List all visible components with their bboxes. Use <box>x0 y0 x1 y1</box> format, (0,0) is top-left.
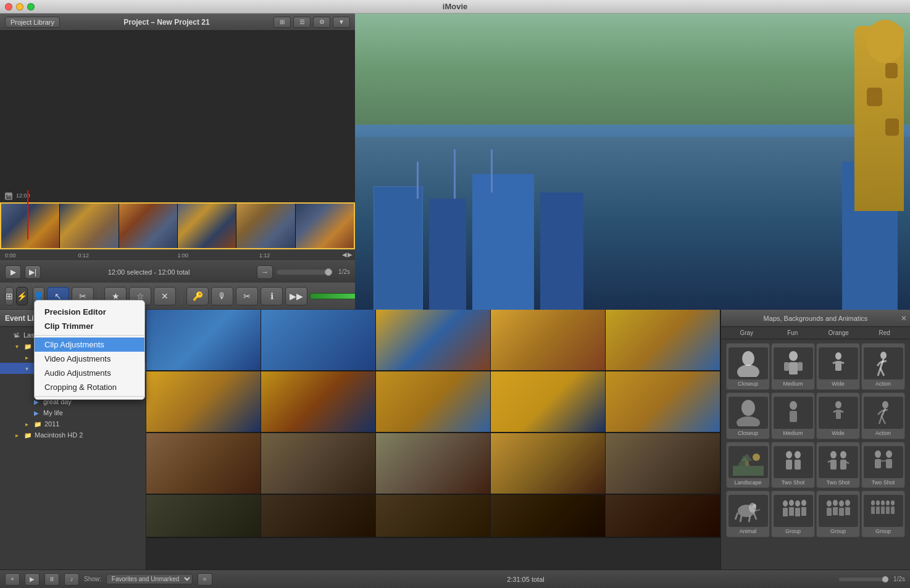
thumb-medium-1[interactable]: Medium <box>771 343 815 390</box>
thumb-3-3[interactable] <box>376 433 491 494</box>
precision-editor-label[interactable]: Precision Editor <box>35 305 144 319</box>
ruler-next-btn[interactable]: ▶ <box>348 251 353 258</box>
giraffe-container <box>787 14 910 310</box>
thumb-twoshot-1[interactable]: Two Shot <box>771 442 815 489</box>
zoom-thumb-bottom[interactable] <box>882 576 888 582</box>
thumb-group-1[interactable]: Group <box>771 491 815 537</box>
color-labels-row: Gray Fun Orange Red <box>721 327 910 339</box>
right-panel: Maps, Backgrounds and Animatics ✕ Gray F… <box>720 310 910 569</box>
zoom-slider-track[interactable] <box>277 270 332 275</box>
clip-strip[interactable] <box>0 202 355 249</box>
clip-thumb-6 <box>296 204 354 248</box>
project-view-btn1[interactable]: ⊞ <box>273 17 291 28</box>
show-mode-btn[interactable]: ≈ <box>198 573 212 586</box>
tree-item-my-life[interactable]: ▶ My life <box>0 407 146 418</box>
arrow-btn[interactable]: → <box>257 265 273 279</box>
thumb-wide-2[interactable]: Wide <box>816 392 860 439</box>
tree-item-macintosh-hd2[interactable]: ▸ 📁 Macintosh HD 2 <box>0 429 146 441</box>
thumb-action-2[interactable]: Action <box>861 392 905 439</box>
project-view-btn2[interactable]: ☰ <box>293 17 311 28</box>
thumb-3-2[interactable] <box>261 433 376 494</box>
thumb-2-1[interactable] <box>146 371 261 432</box>
add-to-project-btn[interactable]: + <box>5 573 20 586</box>
close-button[interactable] <box>5 3 12 10</box>
timeline-area: 🎬 12:00 Precisio <box>0 190 355 249</box>
view-clips-btn[interactable]: ⊞ <box>5 287 14 305</box>
play-button[interactable]: ▶ <box>5 265 21 279</box>
view-timeline-btn[interactable]: ⚡ <box>16 287 28 305</box>
project-settings-btn[interactable]: ⚙ <box>313 17 330 28</box>
info-btn[interactable]: ℹ <box>261 287 283 305</box>
thumb-4-2[interactable] <box>261 495 376 537</box>
tree-item-2011[interactable]: ▸ 📁 2011 <box>0 418 146 429</box>
building-4 <box>540 193 583 310</box>
show-select[interactable]: Favorites and Unmarked <box>106 574 193 584</box>
play-event-btn[interactable]: ▶ <box>25 573 40 586</box>
thumb-1-4[interactable] <box>491 310 606 370</box>
triangle-right-icon: ▸ <box>22 353 31 362</box>
mast-2 <box>454 149 456 199</box>
thumb-group-2[interactable]: Group <box>816 491 860 537</box>
giraffe-spot-2 <box>867 88 882 106</box>
crop-btn[interactable]: ✂ <box>236 287 258 305</box>
thumb-3-5[interactable] <box>606 433 720 494</box>
animal-icon <box>728 495 768 527</box>
thumb-4-3[interactable] <box>376 495 491 537</box>
thumb-action-1[interactable]: Action <box>861 343 905 390</box>
thumb-1-5[interactable] <box>606 310 720 370</box>
project-library-button[interactable]: Project Library <box>5 17 60 28</box>
thumb-group-3[interactable]: Group <box>861 491 905 537</box>
thumb-3-4[interactable] <box>491 433 606 494</box>
giraffe-spot-1 <box>885 63 898 78</box>
zoom-slider-thumb[interactable] <box>325 268 332 276</box>
audio-adjustments-item[interactable]: Audio Adjustments <box>35 366 144 380</box>
mic-btn[interactable]: 🎙 <box>211 287 233 305</box>
thumb-2-4[interactable] <box>491 371 606 432</box>
minimize-button[interactable] <box>16 3 23 10</box>
audio-event-btn[interactable]: ♪ <box>64 573 79 586</box>
maximize-button[interactable] <box>27 3 35 10</box>
thumb-3-1[interactable] <box>146 433 261 494</box>
thumb-medium-2[interactable]: Medium <box>771 392 815 439</box>
thumb-1-1[interactable] <box>146 310 261 370</box>
thumb-animal[interactable]: Animal <box>726 491 770 537</box>
thumb-closeup-2[interactable]: Closeup <box>726 392 770 439</box>
video-view-btn[interactable]: ▶▶ <box>285 287 307 305</box>
thumb-1-2[interactable] <box>261 310 376 370</box>
svg-point-24 <box>882 401 888 408</box>
thumb-landscape[interactable]: Landscape <box>726 442 770 489</box>
thumb-4-5[interactable] <box>606 495 720 537</box>
thumb-twoshot-2[interactable]: Two Shot <box>816 442 860 489</box>
pause-event-btn[interactable]: ⏸ <box>44 573 59 586</box>
svg-point-16 <box>741 400 755 416</box>
svg-point-70 <box>839 500 844 507</box>
zoom-slider-bottom[interactable] <box>839 578 888 581</box>
thumb-2-5[interactable] <box>606 371 720 432</box>
thumb-2-3[interactable] <box>376 371 491 432</box>
video-adjustments-item[interactable]: Video Adjustments <box>35 352 144 366</box>
thumb-twoshot-3[interactable]: Two Shot <box>861 442 905 489</box>
clip-adjustments-item[interactable]: Clip Adjustments <box>35 337 144 352</box>
color-label-fun: Fun <box>772 329 814 336</box>
ruler-prev-btn[interactable]: ◀ <box>342 251 347 258</box>
thumb-4-4[interactable] <box>491 495 606 537</box>
thumb-2-2[interactable] <box>261 371 376 432</box>
project-more-btn[interactable]: ▼ <box>333 17 350 28</box>
play-full-button[interactable]: ▶| <box>25 265 41 279</box>
window-controls[interactable] <box>5 3 35 10</box>
svg-point-68 <box>833 500 838 506</box>
close-right-panel-button[interactable]: ✕ <box>898 310 910 327</box>
thumb-closeup-1[interactable]: Closeup <box>726 343 770 390</box>
audio-level-bar <box>310 293 359 299</box>
key-btn[interactable]: 🔑 <box>186 287 209 305</box>
thumb-4-1[interactable] <box>146 495 261 537</box>
clip-trimmer-label[interactable]: Clip Trimmer <box>35 319 144 333</box>
thumb-1-3[interactable] <box>376 310 491 370</box>
color-label-gray: Gray <box>726 329 767 336</box>
app-title: iMovie <box>443 2 467 11</box>
reject-btn[interactable]: ✕ <box>154 287 176 305</box>
triangle-right-icon-hd2: ▸ <box>12 431 21 439</box>
cropping-rotation-item[interactable]: Cropping & Rotation <box>35 380 144 394</box>
category-row-3: Landscape Two Shot <box>724 441 908 490</box>
thumb-wide-1[interactable]: Wide <box>816 343 860 390</box>
